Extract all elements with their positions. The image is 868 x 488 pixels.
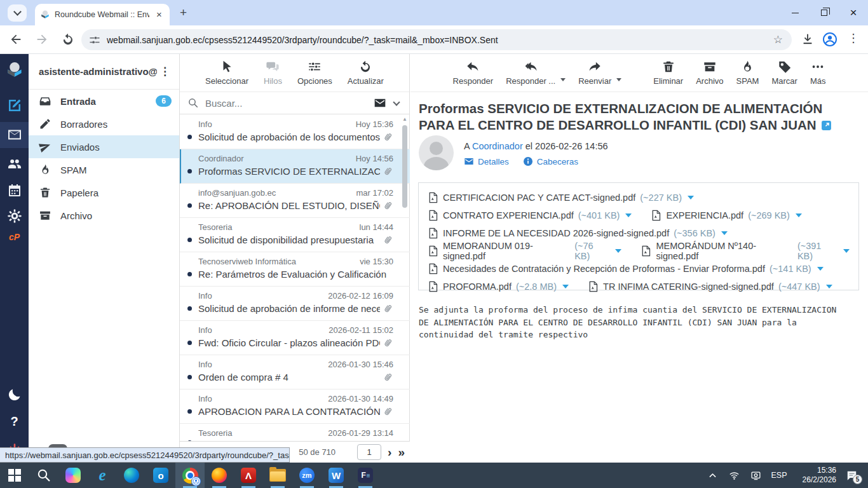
- headers-link[interactable]: Cabeceras: [523, 156, 578, 166]
- message-row[interactable]: info@sanjuan.gob.ecmar 17:02Re: APROBACI…: [180, 184, 410, 218]
- message-row[interactable]: Info2026-01-30 15:46Orden de compra # 4: [180, 355, 410, 390]
- message-row[interactable]: InfoHoy 15:36Solicitud de aprobación de …: [180, 115, 410, 149]
- attachment-name[interactable]: PROFORMA.pdf: [443, 281, 512, 292]
- attachment-name[interactable]: TR INFIMA CATERING-signed-signed.pdf: [603, 281, 774, 292]
- attachment-menu-caret[interactable]: [688, 196, 694, 200]
- browser-profile-button[interactable]: [822, 32, 837, 47]
- taskbar-zoom[interactable]: zm: [292, 463, 322, 488]
- recipient-link[interactable]: Coordinador: [472, 141, 523, 151]
- list-scrollbar[interactable]: ▲ ▼: [401, 116, 409, 488]
- tray-wifi[interactable]: [724, 463, 743, 488]
- attachment-chip[interactable]: EXPERIENCIA.pdf(~269 KB): [651, 210, 801, 221]
- next-page-button[interactable]: ›: [388, 446, 391, 458]
- sidebar-item-spam[interactable]: SPAM: [29, 158, 179, 181]
- help-button[interactable]: ?: [0, 411, 29, 431]
- attachment-chip[interactable]: TR INFIMA CATERING-signed-signed.pdf(~44…: [588, 281, 832, 292]
- attachment-chip[interactable]: INFORME DE LA NECESIDAD 2026-signed-sign…: [428, 227, 728, 239]
- reply-all-caret[interactable]: [560, 78, 566, 81]
- message-row[interactable]: CoordinadorHoy 14:56Proformas SERVICIO D…: [180, 149, 410, 184]
- darkmode-button[interactable]: [0, 384, 29, 405]
- reply-button[interactable]: Responder: [453, 60, 494, 86]
- mark-button[interactable]: Marcar: [771, 60, 797, 86]
- tab-close-icon[interactable]: ×: [154, 10, 165, 20]
- attachment-name[interactable]: MEMORANDUM 019-signed.pdf: [443, 241, 570, 261]
- refresh-button[interactable]: Actualizar: [348, 60, 384, 86]
- attachment-chip[interactable]: PROFORMA.pdf(~2.8 MB): [428, 281, 569, 292]
- window-minimize-button[interactable]: [780, 0, 810, 25]
- start-button[interactable]: [0, 463, 29, 488]
- sidebar-item-borradores[interactable]: Borradores: [29, 112, 179, 135]
- message-row[interactable]: Info2026-01-30 14:49APROBACION PARA LA C…: [180, 390, 410, 424]
- attachment-name[interactable]: Necesidades de Contratación y Recepción …: [443, 264, 765, 274]
- forward-button[interactable]: [35, 32, 49, 46]
- attachment-menu-caret[interactable]: [721, 231, 728, 235]
- more-button[interactable]: Más: [810, 60, 826, 86]
- downloads-button[interactable]: [801, 32, 815, 46]
- attachment-chip[interactable]: MEMORANDUM 019-signed.pdf(~76 KB): [428, 241, 621, 261]
- attachment-menu-caret[interactable]: [843, 249, 850, 253]
- taskbar-firefox[interactable]: [205, 463, 234, 488]
- back-button[interactable]: [9, 32, 23, 46]
- taskbar-acrobat[interactable]: Λ: [234, 463, 263, 488]
- taskbar-explorer[interactable]: [263, 463, 292, 488]
- sidebar-item-entrada[interactable]: Entrada6: [29, 90, 179, 112]
- search-bar[interactable]: Buscar...: [180, 92, 409, 114]
- message-row[interactable]: Info2026-02-11 15:02Fwd: Oficio Circular…: [180, 321, 410, 355]
- tray-expand-button[interactable]: [703, 463, 722, 488]
- scroll-up-icon[interactable]: ▲: [401, 116, 409, 122]
- page-input[interactable]: 1: [357, 444, 381, 460]
- attachment-menu-caret[interactable]: [826, 285, 832, 288]
- attachment-name[interactable]: EXPERIENCIA.pdf: [666, 210, 743, 220]
- select-button[interactable]: Seleccionar: [205, 60, 248, 86]
- sidebar-item-enviados[interactable]: Enviados: [29, 135, 179, 158]
- attachment-menu-caret[interactable]: [625, 214, 632, 217]
- browser-menu-button[interactable]: ⋮: [848, 31, 859, 45]
- tray-clock[interactable]: 15:36 26/2/2026: [793, 466, 836, 485]
- attachment-name[interactable]: CERTIFICACION PAC Y CATE ACT-signed.pdf: [443, 193, 635, 203]
- attachment-menu-caret[interactable]: [796, 214, 802, 217]
- spam-button[interactable]: SPAM: [736, 60, 759, 86]
- account-menu-button[interactable]: ⋮: [157, 65, 173, 78]
- settings-nav-button[interactable]: [0, 207, 29, 226]
- attachment-name[interactable]: CONTRATO EXPERIENCIA.pdf: [443, 210, 574, 220]
- scrollbar-thumb[interactable]: [402, 125, 407, 208]
- options-button[interactable]: Opciones: [297, 60, 332, 86]
- forward-button[interactable]: Reenviar: [578, 60, 611, 86]
- message-row[interactable]: Tesorerialun 14:44Solicitud de disponibi…: [180, 218, 410, 252]
- threads-button[interactable]: Hilos: [264, 60, 282, 86]
- taskbar-word[interactable]: W: [322, 463, 351, 488]
- window-close-button[interactable]: ×: [839, 0, 868, 25]
- new-tab-button[interactable]: +: [180, 6, 187, 20]
- search-scope-icon[interactable]: [374, 97, 386, 109]
- contacts-nav-button[interactable]: [0, 154, 29, 173]
- taskbar-fes-app[interactable]: F≡: [351, 463, 380, 488]
- taskbar-search-button[interactable]: [29, 463, 58, 488]
- forward-caret[interactable]: [616, 78, 621, 81]
- attachment-chip[interactable]: Necesidades de Contratación y Recepción …: [428, 263, 824, 274]
- attachment-chip[interactable]: CERTIFICACION PAC Y CATE ACT-signed.pdf(…: [428, 192, 694, 203]
- details-link[interactable]: Detalles: [464, 156, 509, 166]
- archive-button[interactable]: Archivo: [696, 60, 723, 86]
- sidebar-item-archivo[interactable]: Archivo: [29, 204, 179, 227]
- cpanel-button[interactable]: cP: [0, 229, 29, 245]
- browser-tab[interactable]: Roundcube Webmail :: Enviados ×: [35, 4, 170, 25]
- address-bar[interactable]: webmail.sanjuan.gob.ec/cpsess5212449520/…: [81, 29, 792, 50]
- bookmark-star-icon[interactable]: ☆: [773, 33, 783, 46]
- attachment-menu-caret[interactable]: [615, 249, 621, 253]
- window-restore-button[interactable]: [810, 0, 839, 25]
- message-row[interactable]: Info2026-02-12 16:09Solicitud de aprobac…: [180, 287, 410, 321]
- notification-center-button[interactable]: 5: [839, 463, 864, 488]
- taskbar-copilot[interactable]: [58, 463, 88, 488]
- search-options-chevron[interactable]: [393, 98, 400, 105]
- taskbar-chrome[interactable]: [175, 463, 205, 488]
- attachment-chip[interactable]: CONTRATO EXPERIENCIA.pdf(~401 KB): [428, 210, 632, 221]
- tray-language[interactable]: ESP: [768, 471, 790, 480]
- calendar-nav-button[interactable]: [0, 181, 29, 200]
- site-info-icon[interactable]: [89, 34, 100, 46]
- reply-all-button[interactable]: Responder ...: [506, 60, 555, 86]
- attachment-name[interactable]: MEMORÁNDUM Nº140-signed.pdf: [656, 241, 792, 261]
- reload-button[interactable]: [61, 32, 75, 46]
- mail-nav-button[interactable]: [0, 125, 29, 144]
- external-link-icon[interactable]: [821, 120, 832, 131]
- taskbar-ie[interactable]: e: [88, 463, 117, 488]
